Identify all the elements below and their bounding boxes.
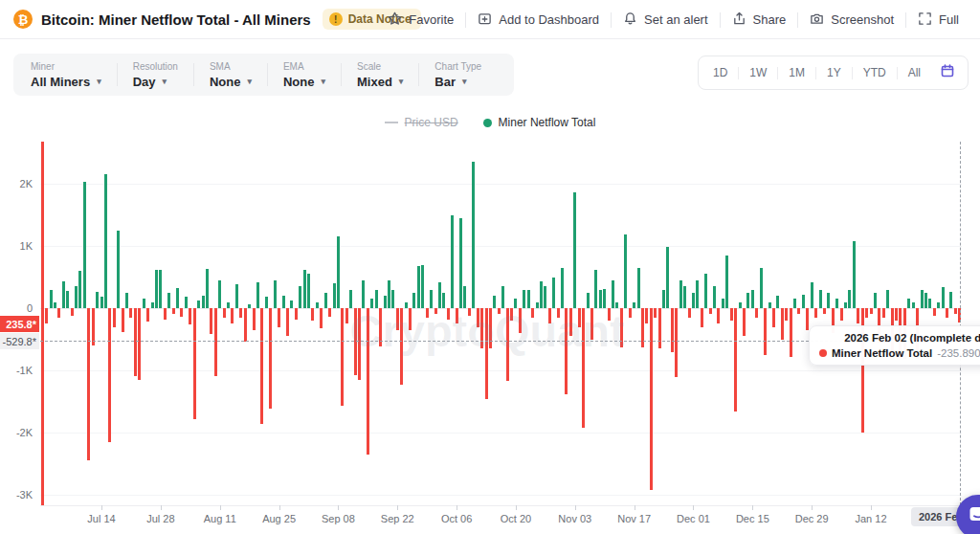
netflow-bar[interactable]: [189, 308, 191, 324]
netflow-bar[interactable]: [384, 296, 387, 308]
netflow-bar[interactable]: [349, 290, 352, 309]
netflow-bar[interactable]: [480, 308, 483, 348]
netflow-bar[interactable]: [523, 290, 525, 309]
netflow-bar[interactable]: [278, 308, 280, 327]
netflow-bar[interactable]: [725, 256, 728, 308]
netflow-bar[interactable]: [928, 299, 931, 308]
netflow-bar[interactable]: [477, 308, 479, 327]
netflow-bar[interactable]: [608, 308, 611, 321]
netflow-bar[interactable]: [557, 308, 560, 318]
netflow-bar[interactable]: [506, 308, 509, 381]
netflow-bar[interactable]: [793, 299, 796, 308]
netflow-bar[interactable]: [590, 308, 593, 340]
netflow-bar[interactable]: [438, 282, 441, 308]
netflow-bar[interactable]: [565, 308, 568, 394]
netflow-bar[interactable]: [683, 286, 686, 308]
netflow-bar[interactable]: [701, 308, 703, 327]
netflow-bar[interactable]: [882, 308, 885, 318]
netflow-bar[interactable]: [561, 268, 564, 308]
add-to-dashboard-button[interactable]: Add to Dashboard: [466, 11, 611, 29]
netflow-bar[interactable]: [290, 300, 293, 308]
netflow-bar[interactable]: [180, 308, 183, 317]
netflow-bar[interactable]: [71, 308, 74, 316]
netflow-bar[interactable]: [244, 308, 247, 342]
netflow-bar[interactable]: [412, 293, 415, 308]
netflow-bar[interactable]: [307, 274, 310, 308]
netflow-bar[interactable]: [370, 299, 373, 308]
netflow-bar[interactable]: [341, 308, 344, 406]
netflow-bar[interactable]: [151, 302, 154, 308]
netflow-bar[interactable]: [400, 308, 403, 385]
netflow-bar[interactable]: [391, 290, 394, 309]
netflow-bar[interactable]: [456, 308, 458, 323]
netflow-bar[interactable]: [45, 308, 48, 323]
netflow-bar[interactable]: [654, 308, 657, 318]
netflow-bar[interactable]: [417, 266, 420, 308]
netflow-bar[interactable]: [223, 308, 226, 318]
netflow-bar[interactable]: [573, 192, 576, 308]
netflow-bar[interactable]: [303, 270, 306, 308]
netflow-bar[interactable]: [396, 308, 399, 330]
netflow-bar[interactable]: [129, 308, 132, 318]
netflow-bar[interactable]: [235, 284, 238, 308]
netflow-bar[interactable]: [827, 293, 830, 308]
netflow-bar[interactable]: [536, 302, 539, 308]
netflow-bar[interactable]: [113, 308, 116, 327]
netflow-bar[interactable]: [688, 308, 691, 318]
netflow-bar[interactable]: [709, 308, 712, 314]
netflow-bar[interactable]: [954, 308, 957, 314]
netflow-bar[interactable]: [844, 302, 847, 308]
netflow-bar[interactable]: [764, 308, 767, 355]
share-button[interactable]: Share: [721, 11, 798, 29]
netflow-bar[interactable]: [650, 308, 653, 490]
netflow-bar[interactable]: [214, 308, 217, 376]
netflow-bar[interactable]: [658, 308, 661, 348]
netflow-bar[interactable]: [624, 234, 627, 308]
netflow-bar[interactable]: [269, 308, 272, 409]
netflow-bar[interactable]: [819, 290, 822, 309]
netflow-bar[interactable]: [629, 308, 632, 318]
netflow-bar[interactable]: [155, 270, 158, 308]
netflow-bar[interactable]: [430, 290, 433, 309]
netflow-bar[interactable]: [870, 308, 873, 314]
netflow-bar[interactable]: [265, 297, 268, 308]
netflow-bar[interactable]: [253, 308, 256, 330]
favorite-button[interactable]: Favorite: [376, 11, 465, 29]
netflow-bar[interactable]: [54, 302, 56, 308]
netflow-bar[interactable]: [692, 293, 695, 308]
netflow-bar[interactable]: [671, 308, 674, 352]
netflow-bar[interactable]: [206, 269, 209, 308]
netflow-bar[interactable]: [717, 308, 720, 323]
netflow-bar[interactable]: [41, 142, 44, 505]
netflow-bar[interactable]: [50, 290, 53, 309]
netflow-bar[interactable]: [743, 308, 746, 336]
netflow-bar[interactable]: [612, 280, 614, 308]
netflow-bar[interactable]: [210, 308, 212, 334]
netflow-bar[interactable]: [785, 308, 788, 321]
netflow-bar[interactable]: [388, 280, 390, 308]
netflow-bar[interactable]: [907, 299, 910, 308]
netflow-bar[interactable]: [811, 282, 813, 308]
netflow-bar[interactable]: [510, 308, 513, 321]
netflow-bar[interactable]: [755, 308, 758, 318]
netflow-bar[interactable]: [704, 274, 707, 308]
netflow-bar[interactable]: [730, 308, 733, 321]
netflow-bar[interactable]: [772, 308, 775, 327]
netflow-bar[interactable]: [912, 302, 915, 308]
netflow-bar[interactable]: [552, 278, 555, 309]
legend-price-usd[interactable]: Price USD: [385, 116, 458, 129]
screenshot-button[interactable]: Screenshot: [798, 11, 905, 29]
netflow-bar[interactable]: [100, 297, 103, 308]
netflow-bar[interactable]: [468, 308, 471, 316]
netflow-bar[interactable]: [485, 308, 488, 399]
netflow-bar[interactable]: [367, 308, 369, 455]
netflow-bar[interactable]: [286, 308, 289, 336]
netflow-bar[interactable]: [489, 308, 492, 348]
netflow-bars-plot[interactable]: [40, 142, 962, 505]
netflow-bar[interactable]: [637, 268, 640, 308]
netflow-bar[interactable]: [358, 308, 361, 380]
netflow-bar[interactable]: [599, 290, 602, 309]
netflow-bar[interactable]: [256, 282, 259, 308]
netflow-bar[interactable]: [274, 280, 277, 308]
netflow-bar[interactable]: [645, 308, 648, 323]
